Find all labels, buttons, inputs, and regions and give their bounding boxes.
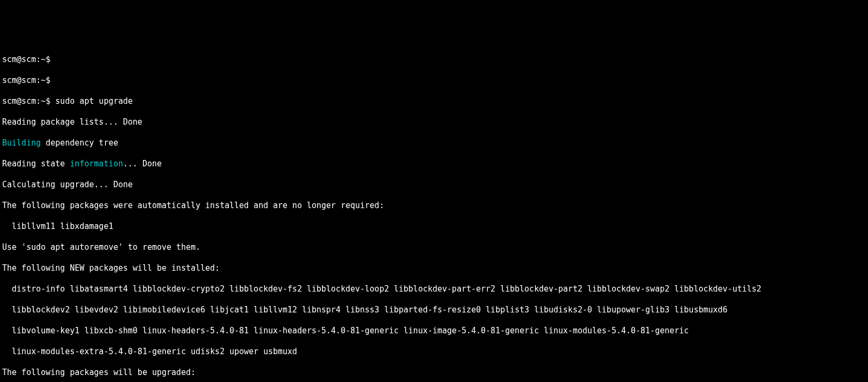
command-text: sudo apt upgrade [55,96,133,106]
information-word: information [70,159,123,169]
command-line: scm@scm:~$ sudo apt upgrade [2,96,866,107]
building-word: Building [2,138,41,148]
output-line: The following packages will be upgraded: [2,368,866,378]
output-line: libllvm11 libxdamage1 [2,221,866,232]
output-line: Calculating upgrade... Done [2,180,866,190]
prompt-line-empty: scm@scm:~$ [2,75,866,86]
output-line: Reading state information... Done [2,159,866,170]
shell-prompt: scm@scm:~$ [2,96,50,106]
shell-prompt: scm@scm:~$ [2,55,50,64]
output-line: distro-info libatasmart4 libblockdev-cry… [2,284,866,295]
terminal[interactable]: scm@scm:~$ scm@scm:~$ scm@scm:~$ sudo ap… [0,42,868,382]
output-line: The following NEW packages will be insta… [2,263,866,274]
output-line: linux-modules-extra-5.4.0-81-generic udi… [2,347,866,357]
reading-state-tail: ... Done [123,159,162,169]
output-line: The following packages were automaticall… [2,201,866,211]
output-line: Use 'sudo apt autoremove' to remove them… [2,242,866,253]
output-line: libblockdev2 libevdev2 libimobiledevice6… [2,305,866,316]
output-line: libvolume-key1 libxcb-shm0 linux-headers… [2,326,866,337]
shell-prompt: scm@scm:~$ [2,75,50,85]
output-line: Building dependency tree [2,138,866,149]
dep-tree-tail: dependency tree [41,138,118,148]
output-line: Reading package lists... Done [2,117,866,128]
reading-state-head: Reading state [2,159,70,169]
prompt-line-empty: scm@scm:~$ [2,55,866,65]
